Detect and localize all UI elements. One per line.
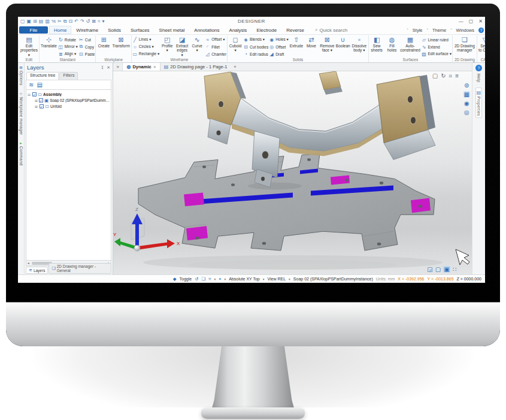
holes-button[interactable]: ◉Holes ▾ bbox=[269, 36, 289, 43]
refresh-icon[interactable]: ↺ bbox=[195, 276, 198, 282]
copy-icon[interactable]: ⧉ bbox=[63, 19, 67, 25]
fillet-button[interactable]: ◜Fillet bbox=[205, 43, 226, 50]
profile-button[interactable]: ◰ Profile ▾ bbox=[160, 35, 174, 53]
capture-icon[interactable]: ◲ bbox=[427, 266, 432, 273]
structure-tree[interactable]: ⊟ ✓ ▭ Assembly ⊞ ✓ ▣ Soap 02 (SPAXlopPSP… bbox=[26, 89, 111, 261]
grid-snap-icon[interactable]: ⌗ bbox=[208, 276, 211, 282]
sidebar-tab-workplane-manager[interactable]: ⊹ Workplane manager bbox=[19, 92, 23, 135]
checkbox[interactable]: ✓ bbox=[39, 98, 43, 102]
pin-icon[interactable]: ↧ bbox=[101, 65, 104, 70]
new-file-icon[interactable]: ▢ bbox=[20, 19, 25, 25]
shaded-view-icon[interactable]: ▢ bbox=[435, 266, 441, 273]
dropdown-caret-icon[interactable]: ▾ bbox=[289, 277, 290, 281]
redo-icon[interactable]: ↷ bbox=[80, 19, 84, 25]
edit-radius-button[interactable]: ◔Edit radius bbox=[243, 50, 268, 58]
3d-viewport[interactable]: Z X Y ▢ ↻ ⌗ ≡ ⊜ ▦ bbox=[113, 71, 472, 274]
workplane-icon[interactable]: ⌗ bbox=[98, 19, 101, 25]
paste-icon[interactable]: ⊡ bbox=[69, 19, 73, 25]
view-menu-icon[interactable]: ≡ bbox=[455, 72, 459, 80]
add-tab-button[interactable]: + bbox=[231, 63, 239, 71]
scroll-left-icon[interactable]: ◂ bbox=[26, 261, 31, 265]
extend-button[interactable]: ⇘Extend bbox=[422, 43, 452, 50]
rectangle-button[interactable]: ▭Rectangle ▾ bbox=[132, 50, 159, 58]
snap-icon[interactable]: ⌖ bbox=[219, 276, 221, 282]
dropdown-caret-icon[interactable]: ▾ bbox=[263, 277, 265, 281]
entity-visibility-icon[interactable]: ◎ bbox=[464, 109, 469, 116]
move-button[interactable]: ⇄ Move bbox=[304, 35, 319, 48]
chamfer-button[interactable]: ◿Chamfer bbox=[205, 50, 226, 58]
remove-face-button[interactable]: ⊠ Remove face ▾ bbox=[319, 35, 335, 53]
tree-item-soap-02[interactable]: ⊞ ✓ ▣ Soap 02 (SPAXlopPSPartDummyInstanc… bbox=[28, 97, 111, 103]
tab-wireframe[interactable]: Wireframe bbox=[71, 26, 103, 34]
tab-solids[interactable]: Solids bbox=[103, 26, 126, 34]
toggle-label[interactable]: Toggle bbox=[180, 277, 192, 281]
tab-home[interactable]: Home bbox=[49, 26, 71, 34]
quick-search[interactable]: ⌕ bbox=[315, 26, 367, 34]
blends-button[interactable]: ◈Blends ▾ bbox=[243, 36, 268, 43]
windows-menu[interactable]: Windows bbox=[456, 28, 474, 33]
undo-icon[interactable]: ↶ bbox=[74, 19, 78, 25]
draft-button[interactable]: ◢Draft bbox=[269, 50, 289, 58]
tab-file[interactable]: File bbox=[19, 26, 48, 34]
send-to-cam-button[interactable]: ▽ Send to CAM bbox=[478, 35, 485, 53]
cuboid-button[interactable]: ◻ Cuboid ▾ bbox=[228, 35, 243, 53]
auto-constrained-button[interactable]: ▦ Auto-constrained bbox=[399, 35, 420, 53]
help-icon[interactable]: ? bbox=[478, 28, 484, 33]
copy-button[interactable]: ⧉Copy bbox=[78, 43, 95, 50]
tab-sheet-metal[interactable]: Sheet metal bbox=[154, 26, 190, 34]
dropdown-caret-icon[interactable]: ▾ bbox=[214, 277, 216, 281]
extract-edges-button[interactable]: ◪ Extract edges ▾ bbox=[175, 35, 189, 57]
multi-view-icon[interactable]: ∷ bbox=[453, 266, 456, 273]
sidebar-tab-options[interactable]: ⊞ Options bbox=[19, 65, 23, 86]
link-icon[interactable]: % bbox=[51, 19, 56, 25]
paste-button[interactable]: ⊡Paste bbox=[78, 50, 95, 58]
view-cube-icon[interactable]: ▢ bbox=[432, 72, 438, 80]
cut-button[interactable]: ✂Cut bbox=[78, 36, 95, 43]
sidebar-tab-command[interactable]: ▸ Command bbox=[19, 141, 23, 165]
active-part-label[interactable]: Soap 02 (SPAXlopPSPartDummyInstance) bbox=[293, 277, 373, 281]
close-document-icon[interactable]: ✕ bbox=[113, 63, 123, 71]
translate-button[interactable]: ⊹ Translate bbox=[40, 35, 57, 48]
save-icon[interactable]: ▤ bbox=[39, 19, 44, 25]
panel-close-icon[interactable]: ✕ bbox=[107, 65, 110, 70]
checkbox[interactable]: ✓ bbox=[40, 104, 44, 108]
toggle-diamond-icon[interactable]: ◆ bbox=[173, 276, 177, 282]
bottom-tab-2d-drawing-manager[interactable]: ❏ 2D Drawing manager - General bbox=[49, 263, 111, 274]
tab-surfaces[interactable]: Surfaces bbox=[126, 26, 154, 34]
collapse-icon[interactable]: ⊟ bbox=[28, 92, 31, 96]
mirror-button[interactable]: ◫Mirror ▾ bbox=[58, 43, 78, 50]
doc-tab-2d-drawing-page[interactable]: ▤ 2D Drawing page - 1 Page-1 bbox=[160, 63, 231, 71]
cut-bodies-button[interactable]: ⊟Cut bodies bbox=[243, 43, 268, 50]
style-menu[interactable]: Style bbox=[413, 28, 423, 33]
create-workplane-button[interactable]: ⊞ Create bbox=[96, 35, 111, 48]
checkbox[interactable]: ✓ bbox=[32, 92, 37, 96]
dissolve-body-button[interactable]: ▫ Dissolve body ▾ bbox=[351, 35, 368, 53]
import-icon[interactable]: ⊞ bbox=[33, 19, 37, 25]
rotate-button[interactable]: ↻Rotate bbox=[58, 36, 78, 43]
tab-reverse[interactable]: Reverse bbox=[281, 26, 309, 34]
fill-holes-button[interactable]: ◍ Fill holes bbox=[384, 35, 399, 53]
fit-view-icon[interactable]: ⌗ bbox=[449, 72, 453, 80]
delete-icon[interactable]: ⊠ bbox=[92, 19, 96, 25]
expand-icon[interactable]: ⊞ bbox=[35, 98, 38, 102]
rendered-view-icon[interactable]: ▣ bbox=[443, 266, 450, 273]
transform-workplane-button[interactable]: ⊠ Transform bbox=[111, 35, 130, 48]
close-button[interactable]: ✕ bbox=[478, 19, 483, 24]
tab-annotations[interactable]: Annotations bbox=[189, 26, 224, 34]
lines-button[interactable]: ╱Lines ▾ bbox=[132, 36, 159, 43]
tab-analysis[interactable]: Analysis bbox=[225, 26, 252, 34]
open-icon[interactable]: ▣ bbox=[27, 19, 32, 25]
maximize-button[interactable]: ▢ bbox=[469, 19, 474, 24]
qat-more-icon[interactable]: ▾ bbox=[102, 19, 105, 25]
tree-item-unfold[interactable]: ⊞ ✓ ▭ Unfold bbox=[28, 103, 111, 109]
edit-surface-button[interactable]: ▨Edit surface ▾ bbox=[422, 50, 452, 58]
sidebar-tab-properties[interactable]: ▤ Properties bbox=[475, 87, 483, 119]
undo-all-icon[interactable]: ↺ bbox=[86, 19, 90, 25]
cut-icon[interactable]: ✂ bbox=[57, 19, 62, 25]
viewport-canvas[interactable]: Z X Y bbox=[113, 71, 472, 274]
expand-icon[interactable]: ⊞ bbox=[35, 104, 38, 108]
tab-close-icon[interactable]: ✕ bbox=[153, 65, 156, 69]
view-mode-selector[interactable]: View REL bbox=[267, 277, 286, 281]
save-as-icon[interactable]: ▥ bbox=[45, 19, 50, 25]
edit-properties-button[interactable]: ▤ Edit properties ▾ bbox=[20, 35, 38, 57]
